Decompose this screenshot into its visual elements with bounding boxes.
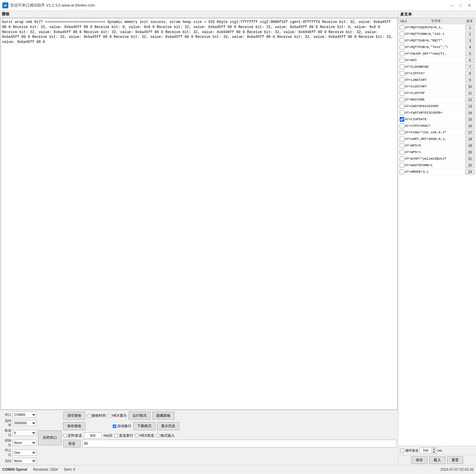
command-send-button-17[interactable]: 17 [465,130,475,135]
ms-per-label: ms/次 [103,433,113,438]
spinbox-up-button[interactable]: ▲ [432,447,436,450]
left-panel: 接收 burst wrap cmd 0x77 =================… [0,11,398,465]
command-checkbox-13[interactable] [400,104,404,109]
command-checkbox-14[interactable] [400,110,404,115]
send-button[interactable]: 发送 [63,440,81,447]
command-send-button-9[interactable]: 9 [465,77,475,83]
command-send-button-6[interactable]: 6 [465,58,475,63]
command-send-button-1[interactable]: 1 [465,25,475,30]
stop-bits-select[interactable]: One [13,450,36,456]
command-row: AT+WAUTOCONN=122 [398,162,476,169]
command-checkbox-3[interactable] [400,38,404,43]
command-send-button-19[interactable]: 19 [465,143,475,148]
clear-recv-button[interactable]: 清空接收 [63,412,85,420]
command-checkbox-8[interactable] [400,71,404,76]
load-button[interactable]: 载入 [429,456,445,464]
command-text-9: AT+LANSTART [405,78,465,82]
command-checkbox-1[interactable] [400,25,404,30]
save-recv-button[interactable]: 保存接收 [63,422,85,430]
recv-time-checkbox[interactable] [87,414,91,418]
command-checkbox-18[interactable] [400,137,404,141]
open-port-button[interactable]: 关闭串口 [38,430,61,445]
hex-display-checkbox[interactable] [108,414,111,418]
command-checkbox-12[interactable] [400,97,404,102]
format-input-checkbox[interactable] [156,434,160,437]
maximize-button[interactable]: □ [456,2,465,9]
controls-main: 串口 COM56 波特率 2000000 数据位 [2,412,396,464]
command-row: AT+LANSTART9 [398,77,476,83]
command-send-button-21[interactable]: 21 [465,156,475,161]
command-send-button-15[interactable]: 15 [465,117,475,122]
minimize-button[interactable]: — [447,2,456,9]
command-checkbox-6[interactable] [400,58,404,63]
send-input[interactable] [82,440,396,447]
command-send-button-18[interactable]: 18 [465,136,475,142]
command-send-button-10[interactable]: 10 [465,84,475,89]
spinbox-down-button[interactable]: ▼ [432,450,436,453]
download-mode-button[interactable]: 下载模式 [133,422,155,430]
flow-row: 流控 None [2,458,36,464]
command-send-button-2[interactable]: 2 [465,31,475,37]
hex-display-label: HEX显示 [112,413,127,418]
format-input-label: 格式输入 [160,433,175,438]
command-send-button-13[interactable]: 13 [465,104,475,109]
string-col-header: 字符串 [407,19,464,23]
command-checkbox-11[interactable] [400,91,404,95]
hex-table-header: HEX 字符串 发送 [398,18,476,24]
baud-select[interactable]: 2000000 [13,420,36,426]
command-checkbox-21[interactable] [400,156,404,161]
port-label: 串口 [2,413,11,417]
run-mode-button[interactable]: 运行模式 [129,412,151,420]
command-text-14: AT+CWSTARTDISCOVER+ [405,111,465,115]
command-text-15: AT+CIUPDATE [405,118,465,121]
command-send-button-20[interactable]: 20 [465,149,475,155]
flow-select[interactable]: None [13,458,36,464]
auto-newline-checkbox[interactable] [113,424,116,428]
command-checkbox-15[interactable] [400,117,404,122]
command-checkbox-5[interactable] [400,51,404,56]
command-send-button-3[interactable]: 3 [465,38,475,43]
flow-label: 流控 [2,459,11,463]
command-send-button-23[interactable]: 23 [465,169,475,175]
timer-value-input[interactable] [84,433,102,439]
data-bits-select[interactable]: 8 [13,430,36,436]
command-send-button-22[interactable]: 22 [465,163,475,168]
command-text-13: AT+CWSTOPDISCOVER [405,104,465,108]
save-button[interactable]: 保存 [411,456,427,464]
close-button[interactable]: ✕ [465,2,474,9]
command-send-button-5[interactable]: 5 [465,51,475,56]
command-send-button-11[interactable]: 11 [465,90,475,96]
reset-button[interactable]: 重置 [447,456,463,464]
send-newline-checkbox[interactable] [115,434,118,437]
command-checkbox-10[interactable] [400,84,404,89]
command-send-button-7[interactable]: 7 [465,64,475,70]
terminal-area[interactable]: burst wrap cmd 0x77 ====================… [1,18,398,410]
command-checkbox-16[interactable] [400,123,404,128]
command-send-button-8[interactable]: 8 [465,71,475,76]
command-text-10: AT+CLDSTART [405,85,465,88]
format-input-group: 格式输入 [156,433,175,438]
port-select[interactable]: COM56 [13,412,36,418]
command-checkbox-19[interactable] [400,143,404,148]
command-checkbox-2[interactable] [400,32,404,36]
command-send-button-14[interactable]: 14 [465,110,475,115]
hex-send-checkbox[interactable] [135,434,139,437]
loop-send-checkbox[interactable] [400,449,404,453]
command-checkbox-22[interactable] [400,163,404,168]
command-checkbox-17[interactable] [400,130,404,135]
show-history-button[interactable]: 显示历史 [157,422,179,430]
parity-select[interactable]: None [13,440,36,446]
command-send-button-12[interactable]: 12 [465,97,475,102]
command-checkbox-9[interactable] [400,78,404,82]
command-checkbox-20[interactable] [400,150,404,155]
command-checkbox-23[interactable] [400,169,404,174]
hide-panel-button[interactable]: 隐藏面板 [152,412,174,420]
recv-time-label: 接收时间 [92,413,106,418]
command-text-5: AT+CWJAP_DEF="newifi_ [405,52,465,55]
command-send-button-16[interactable]: 16 [465,123,475,129]
timer-send-checkbox[interactable] [63,434,67,437]
command-send-button-4[interactable]: 4 [465,44,475,50]
command-checkbox-7[interactable] [400,64,404,69]
loop-value-input[interactable] [420,447,432,453]
command-checkbox-4[interactable] [400,45,404,50]
